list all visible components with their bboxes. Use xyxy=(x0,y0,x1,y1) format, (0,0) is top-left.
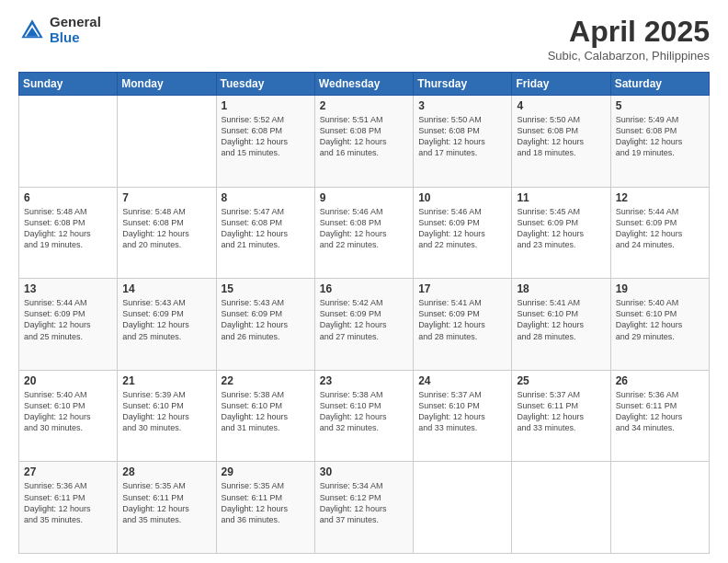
day-info: Sunrise: 5:35 AM Sunset: 6:11 PM Dayligh… xyxy=(122,480,210,525)
calendar-header: SundayMondayTuesdayWednesdayThursdayFrid… xyxy=(19,73,710,96)
calendar-body: 1Sunrise: 5:52 AM Sunset: 6:08 PM Daylig… xyxy=(19,96,710,554)
calendar-cell: 8Sunrise: 5:47 AM Sunset: 6:08 PM Daylig… xyxy=(216,187,314,279)
day-number: 23 xyxy=(320,374,408,387)
day-number: 9 xyxy=(320,191,408,204)
day-info: Sunrise: 5:43 AM Sunset: 6:09 PM Dayligh… xyxy=(222,297,310,342)
calendar-cell xyxy=(414,462,512,554)
calendar-week-5: 27Sunrise: 5:36 AM Sunset: 6:11 PM Dayli… xyxy=(19,462,710,554)
weekday-header-sunday: Sunday xyxy=(19,73,118,96)
calendar-cell: 24Sunrise: 5:37 AM Sunset: 6:10 PM Dayli… xyxy=(414,370,512,462)
calendar-cell: 14Sunrise: 5:43 AM Sunset: 6:09 PM Dayli… xyxy=(118,279,216,371)
calendar-cell: 29Sunrise: 5:35 AM Sunset: 6:11 PM Dayli… xyxy=(216,462,314,554)
day-number: 16 xyxy=(320,282,408,295)
day-info: Sunrise: 5:36 AM Sunset: 6:11 PM Dayligh… xyxy=(24,480,112,525)
calendar-cell xyxy=(512,462,610,554)
logo-icon xyxy=(18,17,46,44)
day-number: 28 xyxy=(122,465,210,478)
calendar-cell: 1Sunrise: 5:52 AM Sunset: 6:08 PM Daylig… xyxy=(216,96,314,188)
day-number: 25 xyxy=(517,374,605,387)
day-info: Sunrise: 5:42 AM Sunset: 6:09 PM Dayligh… xyxy=(320,297,408,342)
calendar-cell: 23Sunrise: 5:38 AM Sunset: 6:10 PM Dayli… xyxy=(314,370,413,462)
calendar-cell: 26Sunrise: 5:36 AM Sunset: 6:11 PM Dayli… xyxy=(610,370,709,462)
logo-text: General Blue xyxy=(50,15,101,45)
calendar-cell: 10Sunrise: 5:46 AM Sunset: 6:09 PM Dayli… xyxy=(414,187,512,279)
calendar-cell: 2Sunrise: 5:51 AM Sunset: 6:08 PM Daylig… xyxy=(314,96,413,188)
day-number: 6 xyxy=(24,191,112,204)
page: General Blue April 2025 Subic, Calabarzo… xyxy=(0,0,728,563)
day-info: Sunrise: 5:37 AM Sunset: 6:11 PM Dayligh… xyxy=(517,389,605,434)
day-number: 29 xyxy=(222,465,310,478)
day-number: 10 xyxy=(418,191,506,204)
day-info: Sunrise: 5:46 AM Sunset: 6:08 PM Dayligh… xyxy=(320,206,408,251)
calendar-cell xyxy=(610,462,709,554)
day-info: Sunrise: 5:48 AM Sunset: 6:08 PM Dayligh… xyxy=(122,206,210,251)
day-number: 13 xyxy=(24,282,112,295)
calendar-cell: 22Sunrise: 5:38 AM Sunset: 6:10 PM Dayli… xyxy=(216,370,314,462)
day-info: Sunrise: 5:41 AM Sunset: 6:10 PM Dayligh… xyxy=(517,297,605,342)
day-info: Sunrise: 5:44 AM Sunset: 6:09 PM Dayligh… xyxy=(616,206,704,251)
day-number: 8 xyxy=(222,191,310,204)
day-number: 7 xyxy=(122,191,210,204)
logo-blue-text: Blue xyxy=(50,30,101,46)
day-info: Sunrise: 5:52 AM Sunset: 6:08 PM Dayligh… xyxy=(222,114,310,159)
day-number: 24 xyxy=(418,374,506,387)
weekday-row: SundayMondayTuesdayWednesdayThursdayFrid… xyxy=(19,73,710,96)
day-number: 3 xyxy=(418,99,506,112)
day-info: Sunrise: 5:37 AM Sunset: 6:10 PM Dayligh… xyxy=(418,389,506,434)
calendar-cell: 4Sunrise: 5:50 AM Sunset: 6:08 PM Daylig… xyxy=(512,96,610,188)
day-number: 17 xyxy=(418,282,506,295)
day-info: Sunrise: 5:43 AM Sunset: 6:09 PM Dayligh… xyxy=(122,297,210,342)
calendar-table: SundayMondayTuesdayWednesdayThursdayFrid… xyxy=(18,72,710,554)
calendar-cell: 15Sunrise: 5:43 AM Sunset: 6:09 PM Dayli… xyxy=(216,279,314,371)
day-number: 1 xyxy=(222,99,310,112)
calendar-week-2: 6Sunrise: 5:48 AM Sunset: 6:08 PM Daylig… xyxy=(19,187,710,279)
calendar-cell: 9Sunrise: 5:46 AM Sunset: 6:08 PM Daylig… xyxy=(314,187,413,279)
logo: General Blue xyxy=(18,15,101,45)
day-number: 15 xyxy=(222,282,310,295)
calendar-cell: 18Sunrise: 5:41 AM Sunset: 6:10 PM Dayli… xyxy=(512,279,610,371)
day-info: Sunrise: 5:40 AM Sunset: 6:10 PM Dayligh… xyxy=(616,297,704,342)
day-info: Sunrise: 5:45 AM Sunset: 6:09 PM Dayligh… xyxy=(517,206,605,251)
day-info: Sunrise: 5:50 AM Sunset: 6:08 PM Dayligh… xyxy=(517,114,605,159)
calendar-cell: 16Sunrise: 5:42 AM Sunset: 6:09 PM Dayli… xyxy=(314,279,413,371)
calendar-cell: 12Sunrise: 5:44 AM Sunset: 6:09 PM Dayli… xyxy=(610,187,709,279)
logo-general-text: General xyxy=(50,15,101,30)
day-info: Sunrise: 5:38 AM Sunset: 6:10 PM Dayligh… xyxy=(222,389,310,434)
calendar-cell: 30Sunrise: 5:34 AM Sunset: 6:12 PM Dayli… xyxy=(314,462,413,554)
calendar-cell: 25Sunrise: 5:37 AM Sunset: 6:11 PM Dayli… xyxy=(512,370,610,462)
day-info: Sunrise: 5:38 AM Sunset: 6:10 PM Dayligh… xyxy=(320,389,408,434)
calendar-location: Subic, Calabarzon, Philippines xyxy=(548,49,710,63)
calendar-cell xyxy=(19,96,118,188)
calendar-cell: 3Sunrise: 5:50 AM Sunset: 6:08 PM Daylig… xyxy=(414,96,512,188)
day-info: Sunrise: 5:44 AM Sunset: 6:09 PM Dayligh… xyxy=(24,297,112,342)
weekday-header-saturday: Saturday xyxy=(610,73,709,96)
day-number: 2 xyxy=(320,99,408,112)
day-info: Sunrise: 5:35 AM Sunset: 6:11 PM Dayligh… xyxy=(222,480,310,525)
calendar-title: April 2025 xyxy=(548,15,710,49)
header: General Blue April 2025 Subic, Calabarzo… xyxy=(18,15,710,63)
day-info: Sunrise: 5:48 AM Sunset: 6:08 PM Dayligh… xyxy=(24,206,112,251)
weekday-header-tuesday: Tuesday xyxy=(216,73,314,96)
calendar-cell: 13Sunrise: 5:44 AM Sunset: 6:09 PM Dayli… xyxy=(19,279,118,371)
day-number: 20 xyxy=(24,374,112,387)
day-info: Sunrise: 5:41 AM Sunset: 6:09 PM Dayligh… xyxy=(418,297,506,342)
day-number: 4 xyxy=(517,99,605,112)
weekday-header-monday: Monday xyxy=(118,73,216,96)
day-number: 22 xyxy=(222,374,310,387)
calendar-cell: 11Sunrise: 5:45 AM Sunset: 6:09 PM Dayli… xyxy=(512,187,610,279)
day-number: 30 xyxy=(320,465,408,478)
calendar-cell: 6Sunrise: 5:48 AM Sunset: 6:08 PM Daylig… xyxy=(19,187,118,279)
day-number: 18 xyxy=(517,282,605,295)
day-number: 26 xyxy=(616,374,704,387)
day-number: 21 xyxy=(122,374,210,387)
calendar-cell: 20Sunrise: 5:40 AM Sunset: 6:10 PM Dayli… xyxy=(19,370,118,462)
calendar-week-4: 20Sunrise: 5:40 AM Sunset: 6:10 PM Dayli… xyxy=(19,370,710,462)
day-info: Sunrise: 5:40 AM Sunset: 6:10 PM Dayligh… xyxy=(24,389,112,434)
day-info: Sunrise: 5:49 AM Sunset: 6:08 PM Dayligh… xyxy=(616,114,704,159)
day-number: 12 xyxy=(616,191,704,204)
day-info: Sunrise: 5:50 AM Sunset: 6:08 PM Dayligh… xyxy=(418,114,506,159)
calendar-week-3: 13Sunrise: 5:44 AM Sunset: 6:09 PM Dayli… xyxy=(19,279,710,371)
day-number: 5 xyxy=(616,99,704,112)
calendar-cell: 28Sunrise: 5:35 AM Sunset: 6:11 PM Dayli… xyxy=(118,462,216,554)
day-number: 14 xyxy=(122,282,210,295)
